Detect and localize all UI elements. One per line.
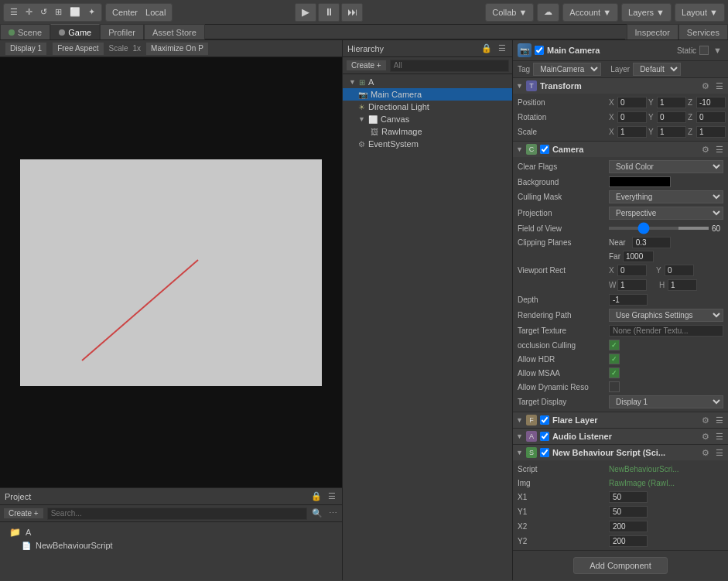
tab-asset-store[interactable]: Asset Store <box>144 24 205 39</box>
audio-enabled-checkbox[interactable] <box>540 432 549 441</box>
camera-enabled-checkbox[interactable] <box>540 145 549 154</box>
project-item-script[interactable]: 📄 NewBehaviourScript <box>6 539 336 552</box>
tab-scene[interactable]: Scene <box>0 24 50 39</box>
culling-mask-select[interactable]: Everything <box>609 190 723 203</box>
rotation-z-input[interactable] <box>696 111 726 123</box>
project-lock-btn[interactable]: 🔒 <box>309 491 323 501</box>
transform-settings-btn[interactable]: ⚙ <box>700 81 711 91</box>
clear-flags-select[interactable]: Solid Color <box>609 160 723 173</box>
layers-button[interactable]: Layers ▼ <box>621 3 672 22</box>
hierarchy-item-canvas[interactable]: ▼ ⬜ Canvas <box>343 113 512 125</box>
hierarchy-list: ▼ ⊞ A 📷 Main Camera ☀ Directional Light … <box>343 74 512 580</box>
hand-tool-btn[interactable]: ☰ <box>7 6 21 18</box>
tab-inspector[interactable]: Inspector <box>627 24 678 39</box>
hierarchy-create-btn[interactable]: Create + <box>346 60 387 71</box>
position-x-input[interactable] <box>617 97 647 108</box>
tab-services[interactable]: Services <box>678 24 728 39</box>
new-behaviour-script-header[interactable]: ▼ S New Behaviour Script (Sci... ⚙ ☰ <box>513 445 728 460</box>
rect-tool-btn[interactable]: ⬜ <box>67 6 84 18</box>
occlusion-culling-checkbox[interactable]: ✓ <box>609 340 620 350</box>
hierarchy-item-eventsystem[interactable]: ⚙ EventSystem <box>343 138 512 150</box>
layer-select[interactable]: Default <box>633 63 681 76</box>
layout-button[interactable]: Layout ▼ <box>675 3 725 22</box>
audio-menu-btn[interactable]: ☰ <box>714 432 725 442</box>
viewport-h-input[interactable] <box>668 279 697 291</box>
scale-x-input[interactable] <box>617 126 647 138</box>
static-checkbox[interactable] <box>699 46 709 55</box>
depth-input[interactable] <box>609 294 648 306</box>
y1-input[interactable] <box>609 506 648 518</box>
script-settings-btn[interactable]: ⚙ <box>700 448 711 458</box>
audio-settings-btn[interactable]: ⚙ <box>700 432 711 442</box>
flare-enabled-checkbox[interactable] <box>540 415 549 425</box>
cloud-button[interactable]: ☁ <box>537 3 559 22</box>
center-btn[interactable]: Center <box>109 7 141 18</box>
play-button[interactable]: ▶ <box>295 3 316 22</box>
viewport-w-input[interactable] <box>617 279 647 291</box>
object-menu-btn[interactable]: ▼ <box>712 46 723 55</box>
tab-game[interactable]: Game <box>50 24 100 39</box>
allow-dynamic-reso-checkbox[interactable] <box>609 381 620 392</box>
allow-msaa-checkbox[interactable]: ✓ <box>609 367 620 378</box>
viewport-x-input[interactable] <box>617 265 647 276</box>
position-z-input[interactable] <box>696 97 726 108</box>
hierarchy-menu-btn[interactable]: ☰ <box>497 43 508 53</box>
hierarchy-search-input[interactable] <box>390 60 509 72</box>
near-input[interactable] <box>632 237 671 248</box>
maximize-btn[interactable]: Maximize On P <box>145 42 209 56</box>
local-btn[interactable]: Local <box>142 7 169 18</box>
transform-tool-btn[interactable]: ✦ <box>85 6 98 18</box>
projection-select[interactable]: Perspective <box>609 207 723 220</box>
viewport-y-input[interactable] <box>665 265 694 276</box>
hierarchy-item-rawimage[interactable]: 🖼 RawImage <box>343 125 512 138</box>
background-color-swatch[interactable] <box>609 176 671 187</box>
hierarchy-lock-btn[interactable]: 🔒 <box>480 43 494 53</box>
fov-slider[interactable] <box>609 227 709 230</box>
hierarchy-item-directional-light[interactable]: ☀ Directional Light <box>343 101 512 113</box>
far-input[interactable] <box>623 251 654 262</box>
flare-layer-header[interactable]: ▼ F Flare Layer ⚙ ☰ <box>513 412 728 428</box>
y2-input[interactable] <box>609 535 648 547</box>
rotate-tool-btn[interactable]: ↺ <box>37 6 50 18</box>
flare-menu-btn[interactable]: ☰ <box>714 415 725 425</box>
script-enabled-checkbox[interactable] <box>540 448 549 457</box>
scale-z-input[interactable] <box>696 126 726 138</box>
project-item-a[interactable]: 📁 A <box>6 525 336 539</box>
target-display-select[interactable]: Display 1 <box>609 395 723 408</box>
camera-header[interactable]: ▼ C Camera ⚙ ☰ <box>513 142 728 157</box>
rotation-y-input[interactable] <box>657 111 686 123</box>
project-create-btn[interactable]: Create + <box>3 508 44 519</box>
account-button[interactable]: Account ▼ <box>562 3 618 22</box>
position-y-input[interactable] <box>657 97 686 108</box>
tag-select[interactable]: MainCamera <box>533 63 601 76</box>
step-button[interactable]: ⏭ <box>341 3 363 22</box>
flare-settings-btn[interactable]: ⚙ <box>700 415 711 425</box>
rotation-x-input[interactable] <box>617 111 647 123</box>
rendering-path-select[interactable]: Use Graphics Settings <box>609 309 723 322</box>
camera-settings-btn[interactable]: ⚙ <box>700 145 711 155</box>
collab-button[interactable]: Collab ▼ <box>485 3 534 22</box>
transform-menu-btn[interactable]: ☰ <box>714 81 725 91</box>
display-btn[interactable]: Display 1 <box>5 42 47 56</box>
move-tool-btn[interactable]: ✛ <box>22 6 36 18</box>
project-menu-btn[interactable]: ☰ <box>326 491 337 501</box>
x1-input[interactable] <box>609 491 648 503</box>
transform-header[interactable]: ▼ T Transform ⚙ ☰ <box>513 78 728 94</box>
hierarchy-item-main-camera[interactable]: 📷 Main Camera <box>343 88 512 101</box>
pause-button[interactable]: ⏸ <box>318 3 340 22</box>
camera-menu-btn[interactable]: ☰ <box>714 145 725 155</box>
allow-hdr-checkbox[interactable]: ✓ <box>609 354 620 364</box>
hierarchy-item-a[interactable]: ▼ ⊞ A <box>343 76 512 88</box>
object-active-checkbox[interactable] <box>535 46 544 55</box>
project-options-btn[interactable]: ⋯ <box>327 508 339 518</box>
audio-listener-header[interactable]: ▼ A Audio Listener ⚙ ☰ <box>513 429 728 444</box>
tab-profiler[interactable]: Profiler <box>100 24 144 39</box>
add-component-button[interactable]: Add Component <box>573 557 668 574</box>
aspect-btn[interactable]: Free Aspect <box>52 42 104 56</box>
scale-y-input[interactable] <box>657 126 686 138</box>
script-menu-btn[interactable]: ☰ <box>714 448 725 458</box>
project-search-input[interactable] <box>47 508 307 520</box>
scale-tool-btn[interactable]: ⊞ <box>52 6 65 18</box>
x2-input[interactable] <box>609 521 648 532</box>
project-search-icon-btn[interactable]: 🔍 <box>310 508 324 518</box>
